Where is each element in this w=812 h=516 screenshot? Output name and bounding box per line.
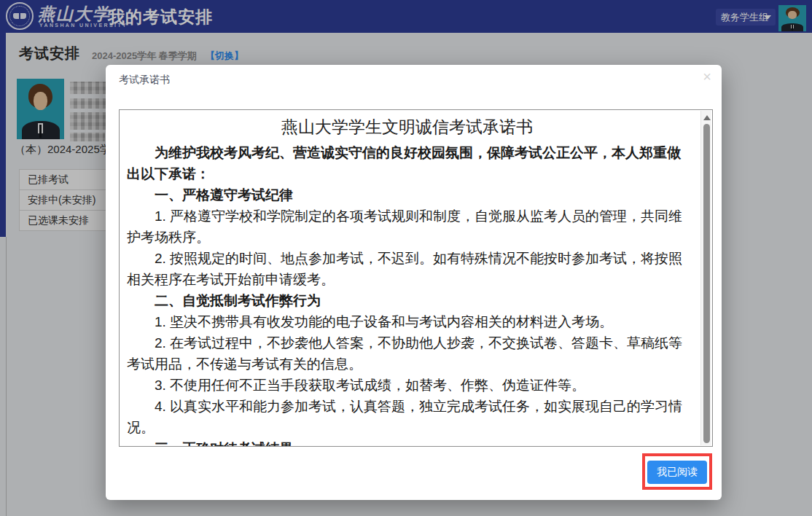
agreement-text: 燕山大学学生文明诚信考试承诺书 为维护我校考风考纪、营造诚实守信的良好校园氛围，…	[127, 113, 687, 447]
agreement-section-heading: 三、正确对待考试结果	[127, 438, 687, 447]
confirm-read-button[interactable]: 我已阅读	[647, 461, 707, 484]
scrollbar-track[interactable]	[700, 111, 711, 445]
scrollbar-thumb[interactable]	[703, 124, 710, 443]
agreement-section-heading: 一、严格遵守考试纪律	[127, 184, 687, 206]
scroll-up-icon[interactable]	[703, 115, 711, 120]
agreement-paragraph: 1. 坚决不携带具有收发功能的电子设备和与考试内容相关的材料进入考场。	[127, 311, 687, 332]
agreement-title: 燕山大学学生文明诚信考试承诺书	[127, 114, 687, 139]
agreement-paragraph: 2. 在考试过程中，不抄袭他人答案，不协助他人抄袭，不交换试卷、答题卡、草稿纸等…	[127, 332, 687, 375]
agreement-paragraph: 4. 以真实水平和能力参加考试，认真答题，独立完成考试任务，如实展现自己的学习情…	[127, 396, 687, 438]
screen: 燕山大学 YANSHAN UNIVERSITY 我的考试安排 教务学生组 考试安…	[0, 0, 812, 516]
agreement-paragraph: 为维护我校考风考纪、营造诚实守信的良好校园氛围，保障考试公正公平，本人郑重做出以…	[127, 142, 687, 184]
exam-pledge-modal: 考试承诺书 × 燕山大学学生文明诚信考试承诺书 为维护我校考风考纪、营造诚实守信…	[106, 65, 722, 500]
modal-title: 考试承诺书	[119, 74, 170, 87]
agreement-paragraph: 2. 按照规定的时间、地点参加考试，不迟到。如有特殊情况不能按时参加考试，将按照…	[127, 248, 687, 290]
close-icon[interactable]: ×	[703, 69, 711, 84]
agreement-scroll-area[interactable]: 燕山大学学生文明诚信考试承诺书 为维护我校考风考纪、营造诚实守信的良好校园氛围，…	[119, 109, 713, 447]
agreement-paragraph: 1. 严格遵守学校和学院制定的各项考试规则和制度，自觉服从监考人员的管理，共同维…	[127, 206, 687, 248]
agreement-paragraph: 3. 不使用任何不正当手段获取考试成绩，如替考、作弊、伪造证件等。	[127, 375, 687, 396]
agreement-section-heading: 二、自觉抵制考试作弊行为	[127, 290, 687, 311]
